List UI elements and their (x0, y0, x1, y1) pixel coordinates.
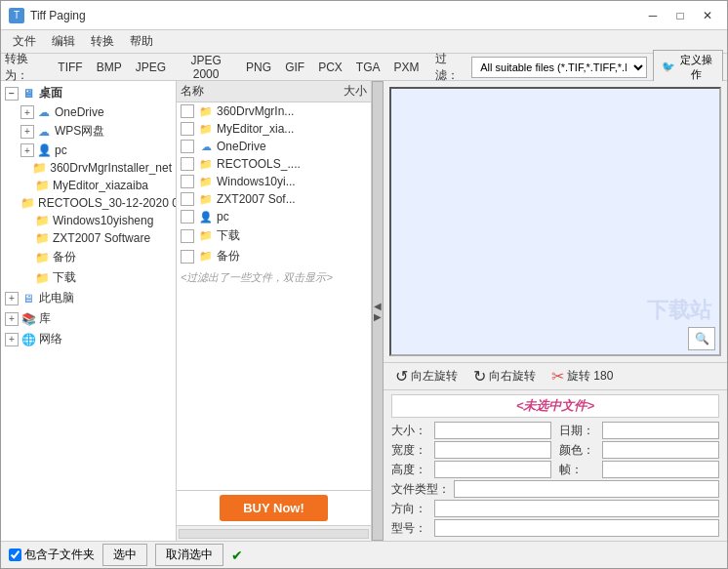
format-png[interactable]: PNG (240, 59, 277, 76)
list-item[interactable]: 📁 MyEditor_xia... (177, 120, 371, 138)
tree-item-pc[interactable]: + 👤 pc (3, 142, 174, 159)
tree-item-myeditor[interactable]: 📁 MyEditor_xiazaiba (3, 177, 174, 194)
menu-convert[interactable]: 转换 (83, 31, 122, 52)
menu-help[interactable]: 帮助 (122, 31, 161, 52)
filetype-label: 文件类型： (391, 481, 450, 498)
file-checkbox-7[interactable] (181, 210, 194, 224)
filter-message[interactable]: <过滤出了一些文件，双击显示> (177, 266, 371, 289)
file-checkbox-6[interactable] (181, 192, 194, 206)
col-size: 大小 (328, 83, 367, 100)
format-gif[interactable]: GIF (279, 59, 310, 76)
file-icon-9: 📁 (198, 250, 214, 264)
expand-pc[interactable]: + (20, 143, 34, 157)
size-label: 大小： (391, 423, 430, 439)
width-label: 宽度： (391, 442, 430, 459)
tree-item-ku[interactable]: + 📚 库 (3, 308, 174, 329)
maximize-button[interactable]: □ (668, 6, 692, 25)
rotate-180-button[interactable]: ✂ 旋转 180 (547, 365, 617, 387)
tree-item-network[interactable]: + 🌐 网络 (3, 329, 174, 349)
list-item[interactable]: ☁ OneDrive (177, 138, 371, 155)
expand-ku[interactable]: + (5, 312, 19, 326)
select-button[interactable]: 选中 (102, 544, 147, 566)
format-pxm[interactable]: PXM (387, 59, 425, 76)
preview-area: 🔍 下载站 (389, 87, 721, 356)
file-name-1: 360DrvMgrIn... (217, 104, 367, 118)
define-icon: 🐦 (662, 61, 675, 73)
tree-item-zxt[interactable]: 📁 ZXT2007 Software (3, 229, 174, 247)
col-name: 名称 (181, 83, 328, 100)
deselect-button[interactable]: 取消选中 (155, 544, 223, 566)
expand-thispc[interactable]: + (5, 292, 19, 305)
thispc-icon: 🖥 (20, 292, 36, 305)
file-checkbox-1[interactable] (181, 104, 194, 118)
info-row-height: 高度： (391, 461, 551, 478)
filter-select[interactable]: All suitable files (*.TIF,*.TIFF,*.FAX,*… (471, 57, 647, 78)
height-value (434, 461, 551, 478)
define-button[interactable]: 🐦 定义操作 (653, 50, 723, 85)
close-button[interactable]: ✕ (696, 6, 719, 25)
tree-label-360: 360DrvMgrInstaller_net (50, 161, 172, 175)
bottom-bar: 包含子文件夹 选中 取消选中 ✔ (1, 541, 727, 568)
rotate-left-button[interactable]: ↺ 向左旋转 (391, 365, 462, 387)
info-row-color: 颜色： (559, 441, 719, 459)
list-item[interactable]: 📁 ZXT2007 Sof... (177, 190, 371, 208)
tree-item-wps[interactable]: + ☁ WPS网盘 (3, 121, 174, 142)
tree-item-onedrive[interactable]: + ☁ OneDrive (3, 103, 174, 121)
format-jpeg[interactable]: JPEG (130, 59, 172, 76)
menu-file[interactable]: 文件 (5, 31, 44, 52)
list-item[interactable]: 👤 pc (177, 208, 371, 225)
main-window: T Tiff Paging ─ □ ✕ 文件 编辑 转换 帮助 转换为： TIF… (0, 0, 728, 569)
subfolders-checkbox[interactable] (9, 549, 21, 561)
zoom-icon[interactable]: 🔍 (688, 327, 715, 350)
tree-item-win10[interactable]: 📁 Windows10yisheng (3, 212, 174, 229)
format-bmp[interactable]: BMP (91, 59, 128, 76)
hscrollbar[interactable] (177, 525, 371, 541)
file-checkbox-9[interactable] (181, 250, 194, 264)
menu-bar: 文件 编辑 转换 帮助 (1, 30, 727, 54)
folder-360-icon: 📁 (32, 161, 47, 175)
info-row-width: 宽度： (391, 441, 551, 459)
expand-desktop[interactable]: − (5, 87, 19, 101)
file-checkbox-4[interactable] (181, 157, 194, 171)
list-item[interactable]: 📁 下载 (177, 225, 371, 246)
model-label: 型号： (391, 520, 430, 537)
file-icon-5: 📁 (198, 175, 214, 188)
format-pcx[interactable]: PCX (312, 59, 348, 76)
expand-wps[interactable]: + (20, 125, 34, 139)
file-icon-6: 📁 (198, 192, 214, 206)
buy-button[interactable]: BUY Now! (220, 495, 328, 521)
rotate-right-button[interactable]: ↻ 向右旋转 (469, 365, 540, 387)
file-checkbox-5[interactable] (181, 175, 194, 188)
menu-edit[interactable]: 编辑 (44, 31, 83, 52)
filter-label: 过滤： (435, 51, 466, 84)
list-item[interactable]: 📁 RECTOOLS_.... (177, 155, 371, 173)
expand-onedrive[interactable]: + (20, 105, 34, 119)
tree-item-360[interactable]: 📁 360DrvMgrInstaller_net (3, 159, 174, 177)
file-checkbox-2[interactable] (181, 122, 194, 136)
scrollbar-track[interactable] (179, 529, 369, 539)
include-subfolders-check[interactable]: 包含子文件夹 (9, 547, 95, 563)
frame-value (602, 461, 719, 478)
tree-item-xiazai[interactable]: 📁 下载 (3, 267, 174, 288)
tree-item-rectools[interactable]: 📁 RECTOOLS_30-12-2020 0... (3, 194, 174, 212)
list-item[interactable]: 📁 Windows10yi... (177, 173, 371, 190)
format-jpeg2000[interactable]: JPEG 2000 (174, 52, 238, 83)
file-checkbox-3[interactable] (181, 140, 194, 153)
format-tga[interactable]: TGA (350, 59, 386, 76)
folder-tree: − 🖥 桌面 + ☁ OneDrive + ☁ WPS网盘 + 👤 (1, 81, 176, 541)
expand-network[interactable]: + (5, 333, 19, 346)
list-item[interactable]: 📁 备份 (177, 246, 371, 266)
info-row-direction: 方向： (391, 500, 719, 517)
minimize-button[interactable]: ─ (641, 6, 665, 25)
file-checkbox-8[interactable] (181, 229, 194, 243)
info-panel: <未选中文件> 大小： 日期： 宽度： (384, 389, 727, 541)
file-list-panel: 名称 大小 📁 360DrvMgrIn... 📁 MyEditor_xia...… (177, 81, 372, 541)
tree-item-beifen[interactable]: 📁 备份 (3, 247, 174, 267)
list-item[interactable]: 📁 360DrvMgrIn... (177, 102, 371, 120)
tree-item-desktop[interactable]: − 🖥 桌面 (3, 83, 174, 103)
tree-label-network: 网络 (39, 331, 62, 347)
tree-label-wps: WPS网盘 (55, 123, 104, 140)
format-tiff[interactable]: TIFF (52, 59, 88, 76)
splitter[interactable]: ◀▶ (372, 81, 384, 541)
tree-item-thispc[interactable]: + 🖥 此电脑 (3, 288, 174, 308)
